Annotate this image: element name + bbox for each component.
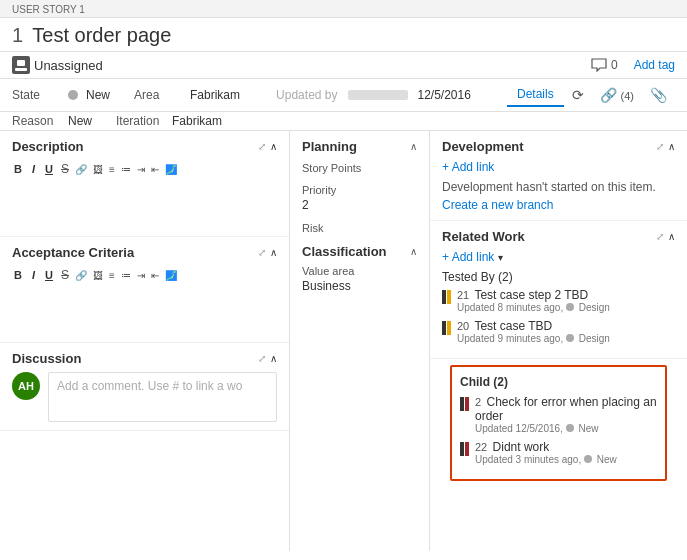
classification-title: Classification (302, 244, 387, 259)
related-add-link[interactable]: + Add link ▾ (442, 250, 675, 264)
acceptance-content[interactable] (12, 284, 277, 334)
resize-icon-2[interactable]: ⤢ (258, 247, 266, 258)
development-section: Development ⤢ ∧ + Add link Development h… (430, 131, 687, 221)
link-button-2[interactable]: 🔗 (75, 270, 87, 281)
state-field: State New (12, 88, 110, 102)
state-dot (68, 90, 78, 100)
acceptance-criteria-section: Acceptance Criteria ⤢ ∧ B I U S 🔗 🖼 ≡ ≔ … (0, 237, 289, 343)
collapse-icon-2[interactable]: ∧ (270, 247, 277, 258)
tab-links[interactable]: 🔗 (4) (592, 83, 642, 107)
fields-row: State New Area Fabrikam Updated by 12/5/… (0, 79, 687, 112)
child-item-content: 2 Check for error when placing an order … (475, 395, 657, 434)
resize-icon[interactable]: ⤢ (258, 141, 266, 152)
dev-message: Development hasn't started on this item. (442, 180, 675, 194)
child-item-badges (460, 397, 469, 411)
classification-header: Classification ∧ (302, 244, 417, 259)
comment-input[interactable]: Add a comment. Use # to link a wo (48, 372, 277, 422)
iteration-field: Iteration Fabrikam (116, 114, 222, 128)
bullet-list-button[interactable]: ≡ (109, 164, 115, 175)
reason-field: Reason New (12, 114, 92, 128)
child-item: 22 Didnt work Updated 3 minutes ago, New (460, 440, 657, 465)
discussion-section: Discussion ⤢ ∧ AH Add a comment. Use # t… (0, 343, 289, 431)
dev-add-link[interactable]: + Add link (442, 160, 494, 174)
child-item: 2 Check for error when placing an order … (460, 395, 657, 434)
child-item-title-row: 22 Didnt work (475, 440, 617, 454)
strikethrough-button-2[interactable]: S (61, 268, 69, 282)
add-link-dropdown-icon: ▾ (498, 252, 503, 263)
italic-button-2[interactable]: I (30, 268, 37, 282)
description-title: Description (12, 139, 84, 154)
indent-button-2[interactable]: ⇥ (137, 270, 145, 281)
status-dot (566, 303, 574, 311)
bold-button[interactable]: B (12, 162, 24, 176)
acceptance-toolbar: B I U S 🔗 🖼 ≡ ≔ ⇥ ⇤ 🗾 (12, 266, 277, 284)
underline-button[interactable]: U (43, 162, 55, 176)
collapse-icon-3[interactable]: ∧ (270, 353, 277, 364)
add-tag-button[interactable]: Add tag (634, 58, 675, 72)
right-panel: Development ⤢ ∧ + Add link Development h… (430, 131, 687, 551)
underline-button-2[interactable]: U (43, 268, 55, 282)
planning-title: Planning (302, 139, 357, 154)
link-button[interactable]: 🔗 (75, 164, 87, 175)
fields-row-2: Reason New Iteration Fabrikam (0, 112, 687, 131)
description-toolbar: B I U S 🔗 🖼 ≡ ≔ ⇥ ⇤ 🗾 (12, 160, 277, 178)
main-content: Description ⤢ ∧ B I U S 🔗 🖼 ≡ ≔ ⇥ ⇤ 🗾 (0, 131, 687, 551)
bullet-list-button-2[interactable]: ≡ (109, 270, 115, 281)
title-row: 1 Test order page (0, 18, 687, 52)
related-work-section: Related Work ⤢ ∧ + Add link ▾ Tested By … (430, 221, 687, 359)
dev-resize-icon[interactable]: ⤢ (656, 141, 664, 152)
child-work-title: Child (2) (460, 375, 657, 389)
tab-details[interactable]: Details (507, 83, 564, 107)
tested-by-label: Tested By (2) (442, 270, 675, 284)
related-work-header-icons: ⤢ ∧ (656, 231, 675, 242)
create-branch-link[interactable]: Create a new branch (442, 198, 553, 212)
child-section-wrapper: Child (2) 2 Check for error when placing… (430, 359, 687, 495)
dev-collapse-icon[interactable]: ∧ (668, 141, 675, 152)
image-link-button-2[interactable]: 🖼 (93, 270, 103, 281)
status-dot (566, 334, 574, 342)
outdent-button-2[interactable]: ⇤ (151, 270, 159, 281)
resize-icon-3[interactable]: ⤢ (258, 353, 266, 364)
status-dot (566, 424, 574, 432)
acceptance-criteria-header: Acceptance Criteria ⤢ ∧ (12, 245, 277, 260)
tab-history[interactable]: ⟳ (564, 83, 592, 107)
updated-user-redacted (348, 90, 408, 100)
updated-field: Updated by 12/5/2016 (276, 88, 471, 102)
image-link-button[interactable]: 🖼 (93, 164, 103, 175)
collapse-icon[interactable]: ∧ (270, 141, 277, 152)
description-content[interactable] (12, 178, 277, 228)
bold-button-2[interactable]: B (12, 268, 24, 282)
image-button[interactable]: 🗾 (165, 164, 177, 175)
story-points-field: Story Points (302, 162, 417, 174)
outdent-button[interactable]: ⇤ (151, 164, 159, 175)
classification-collapse[interactable]: ∧ (410, 246, 417, 257)
related-work-title: Related Work (442, 229, 525, 244)
child-work-section: Child (2) 2 Check for error when placing… (450, 365, 667, 481)
planning-collapse[interactable]: ∧ (410, 141, 417, 152)
numbered-list-button-2[interactable]: ≔ (121, 270, 131, 281)
rw-resize-icon[interactable]: ⤢ (656, 231, 664, 242)
related-item-title-row: 20 Test case TBD (457, 319, 610, 333)
area-field: Area Fabrikam (134, 88, 240, 102)
item-badges (442, 290, 451, 304)
tab-attachments[interactable]: 📎 (642, 83, 675, 107)
comment-icon (591, 58, 607, 72)
tabs-area: Details ⟳ 🔗 (4) 📎 (507, 83, 675, 107)
badge-strip-5 (460, 397, 464, 411)
numbered-list-button[interactable]: ≔ (121, 164, 131, 175)
discussion-input: AH Add a comment. Use # to link a wo (12, 372, 277, 422)
risk-field: Risk (302, 222, 417, 234)
work-item-number: 1 (12, 24, 23, 46)
rw-collapse-icon[interactable]: ∧ (668, 231, 675, 242)
strikethrough-button[interactable]: S (61, 162, 69, 176)
indent-button[interactable]: ⇥ (137, 164, 145, 175)
add-related-link-row: + Add link ▾ (442, 250, 675, 264)
assigned-icon (12, 56, 30, 74)
svg-rect-1 (15, 68, 27, 71)
meta-row: Unassigned 0 Add tag (0, 52, 687, 79)
italic-button[interactable]: I (30, 162, 37, 176)
user-avatar: AH (12, 372, 40, 400)
breadcrumb: USER STORY 1 (0, 0, 687, 18)
discussion-icons: ⤢ ∧ (258, 353, 277, 364)
image-button-2[interactable]: 🗾 (165, 270, 177, 281)
